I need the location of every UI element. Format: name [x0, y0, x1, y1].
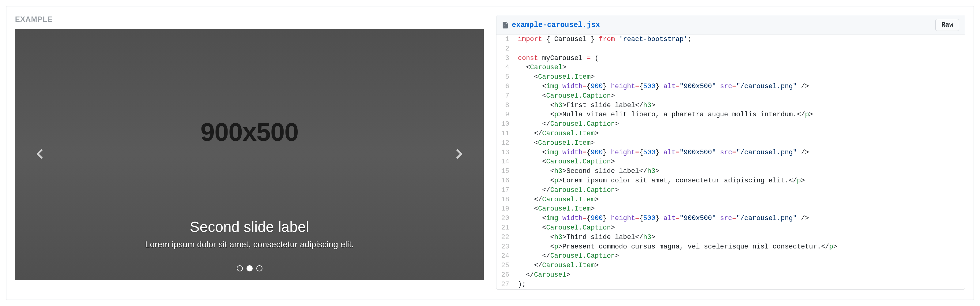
example-preview-column: EXAMPLE 900x500 Second slide label Lorem… [15, 15, 484, 291]
code-line: 5 <Carousel.Item> [496, 73, 965, 82]
example-panel: EXAMPLE 900x500 Second slide label Lorem… [6, 6, 974, 300]
carousel: 900x500 Second slide label Lorem ipsum d… [15, 29, 484, 280]
line-number: 12 [496, 139, 514, 148]
line-content: <Carousel.Caption> [514, 92, 615, 101]
code-line: 20 <img width={900} height={500} alt="90… [496, 214, 965, 224]
carousel-caption: Second slide label Lorem ipsum dolor sit… [15, 219, 484, 249]
line-number: 9 [496, 110, 514, 120]
line-content: <img width={900} height={500} alt="900x5… [514, 148, 809, 158]
code-line: 2 [496, 44, 965, 54]
code-line: 14 <Carousel.Caption> [496, 157, 965, 167]
line-content: <Carousel.Caption> [514, 157, 615, 167]
line-content: <Carousel.Caption> [514, 224, 615, 233]
line-content: <p>Nulla vitae elit libero, a pharetra a… [514, 110, 813, 120]
code-line: 24 </Carousel.Caption> [496, 252, 965, 261]
line-number: 8 [496, 101, 514, 111]
code-line: 17 </Carousel.Caption> [496, 186, 965, 195]
line-number: 27 [496, 280, 514, 290]
line-number: 26 [496, 271, 514, 280]
line-number: 24 [496, 252, 514, 261]
line-number: 10 [496, 120, 514, 129]
code-line: 3const myCarousel = ( [496, 54, 965, 63]
line-content: <img width={900} height={500} alt="900x5… [514, 214, 809, 224]
line-content: </Carousel> [514, 271, 571, 280]
line-number: 22 [496, 233, 514, 243]
code-line: 10 </Carousel.Caption> [496, 120, 965, 129]
code-line: 21 <Carousel.Caption> [496, 224, 965, 233]
line-content: </Carousel.Item> [514, 129, 599, 139]
code-line: 27); [496, 280, 965, 290]
code-line: 1import { Carousel } from 'react-bootstr… [496, 35, 965, 44]
line-content: </Carousel.Caption> [514, 186, 619, 195]
line-content: <img width={900} height={500} alt="900x5… [514, 82, 809, 92]
line-content: const myCarousel = ( [514, 54, 599, 63]
code-body: 1import { Carousel } from 'react-bootstr… [496, 35, 965, 290]
code-line: 12 <Carousel.Item> [496, 139, 965, 148]
line-number: 11 [496, 129, 514, 139]
code-line: 15 <h3>Second slide label</h3> [496, 167, 965, 176]
line-number: 3 [496, 54, 514, 63]
code-line: 18 </Carousel.Item> [496, 195, 965, 205]
line-content: <Carousel.Item> [514, 139, 595, 148]
line-number: 19 [496, 205, 514, 214]
chevron-left-icon [34, 147, 45, 162]
line-number: 16 [496, 176, 514, 186]
line-content: <h3>First slide label</h3> [514, 101, 655, 111]
code-line: 7 <Carousel.Caption> [496, 92, 965, 101]
line-number: 13 [496, 148, 514, 158]
code-file-icon [502, 22, 509, 29]
carousel-indicator-dot[interactable] [237, 265, 243, 271]
code-line: 9 <p>Nulla vitae elit libero, a pharetra… [496, 110, 965, 120]
line-content: ); [514, 280, 526, 290]
carousel-indicators [15, 265, 484, 271]
line-number: 21 [496, 224, 514, 233]
carousel-indicator-dot[interactable] [247, 265, 253, 271]
line-content: <h3>Second slide label</h3> [514, 167, 659, 176]
line-content: <p>Praesent commodo cursus magna, vel sc… [514, 243, 837, 252]
line-content: <h3>Third slide label</h3> [514, 233, 655, 243]
code-line: 6 <img width={900} height={500} alt="900… [496, 82, 965, 92]
code-column: example-carousel.jsx Raw 1import { Carou… [496, 15, 965, 291]
chevron-right-icon [454, 147, 465, 162]
line-content: <Carousel.Item> [514, 73, 595, 82]
carousel-indicator-dot[interactable] [256, 265, 262, 271]
line-content: </Carousel.Item> [514, 261, 599, 271]
line-number: 25 [496, 261, 514, 271]
carousel-slide-placeholder: 900x500 [200, 117, 298, 147]
carousel-prev-button[interactable] [30, 145, 49, 164]
line-number: 4 [496, 63, 514, 73]
line-number: 20 [496, 214, 514, 224]
code-line: 4 <Carousel> [496, 63, 965, 73]
line-content [514, 44, 522, 54]
line-number: 5 [496, 73, 514, 82]
line-content: <p>Lorem ipsum dolor sit amet, consectet… [514, 176, 805, 186]
line-content: import { Carousel } from 'react-bootstra… [514, 35, 692, 44]
code-header: example-carousel.jsx Raw [496, 15, 965, 35]
carousel-caption-title: Second slide label [15, 219, 484, 235]
code-line: 8 <h3>First slide label</h3> [496, 101, 965, 111]
line-number: 17 [496, 186, 514, 195]
carousel-next-button[interactable] [450, 145, 469, 164]
line-number: 1 [496, 35, 514, 44]
code-line: 26 </Carousel> [496, 271, 965, 280]
code-filename-link[interactable]: example-carousel.jsx [512, 21, 600, 29]
carousel-caption-text: Lorem ipsum dolor sit amet, consectetur … [15, 239, 484, 249]
raw-button[interactable]: Raw [935, 19, 959, 31]
example-label: EXAMPLE [15, 15, 484, 24]
line-content: </Carousel.Item> [514, 195, 599, 205]
code-line: 11 </Carousel.Item> [496, 129, 965, 139]
line-content: <Carousel> [514, 63, 566, 73]
line-number: 18 [496, 195, 514, 205]
code-line: 23 <p>Praesent commodo cursus magna, vel… [496, 243, 965, 252]
code-line: 13 <img width={900} height={500} alt="90… [496, 148, 965, 158]
code-line: 22 <h3>Third slide label</h3> [496, 233, 965, 243]
code-line: 25 </Carousel.Item> [496, 261, 965, 271]
code-line: 19 <Carousel.Item> [496, 205, 965, 214]
line-content: </Carousel.Caption> [514, 120, 619, 129]
line-number: 7 [496, 92, 514, 101]
line-content: </Carousel.Caption> [514, 252, 619, 261]
line-number: 14 [496, 157, 514, 167]
line-content: <Carousel.Item> [514, 205, 595, 214]
line-number: 23 [496, 243, 514, 252]
line-number: 2 [496, 44, 514, 54]
